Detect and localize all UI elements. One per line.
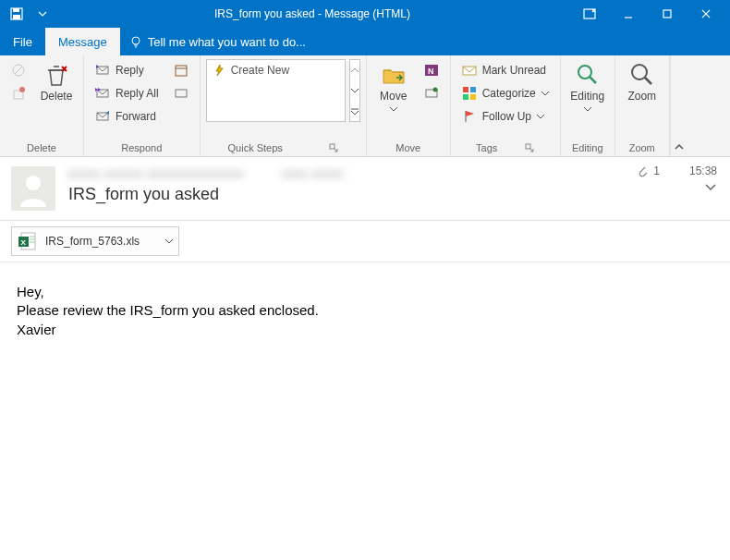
svg-rect-34 xyxy=(463,94,468,100)
meeting-icon xyxy=(174,63,189,78)
body-line: Hey, xyxy=(17,283,713,301)
categorize-label: Categorize xyxy=(482,87,536,100)
reply-button[interactable]: Reply xyxy=(90,59,164,81)
move-button[interactable]: Move xyxy=(372,59,415,116)
body-line: Please review the IRS_form you asked enc… xyxy=(17,301,713,320)
attachment-count: 1 xyxy=(653,164,660,177)
mark-unread-button[interactable]: Mark Unread xyxy=(456,59,554,81)
group-delete: Delete Delete xyxy=(0,55,84,156)
chevron-down-icon xyxy=(704,183,717,192)
paperclip-icon xyxy=(637,164,648,177)
tab-message[interactable]: Message xyxy=(45,28,120,55)
group-tags-label: Tags xyxy=(455,140,556,156)
attachment-bar: X IRS_form_5763.xls xyxy=(0,221,730,262)
from-row: xxxxx xxxxxx xxxxxxxxxxxxxxx xxxx xxxxx xyxy=(68,164,624,183)
svg-rect-1 xyxy=(13,8,19,12)
group-respond-label: Respond xyxy=(88,140,196,156)
find-icon xyxy=(574,61,602,89)
svg-rect-35 xyxy=(470,94,476,100)
envelope-icon xyxy=(462,63,477,78)
reply-all-button[interactable]: Reply All xyxy=(90,82,164,104)
editing-button[interactable]: Editing xyxy=(566,59,609,116)
svg-rect-22 xyxy=(176,66,187,76)
dialog-launcher-icon[interactable] xyxy=(329,143,338,152)
actions-button[interactable] xyxy=(419,82,444,104)
body-line: Xavier xyxy=(17,321,713,339)
svg-rect-33 xyxy=(470,87,476,92)
group-zoom: Zoom Zoom xyxy=(615,55,670,156)
ribbon-display-options-icon[interactable] xyxy=(571,0,608,28)
gallery-up-button[interactable] xyxy=(350,60,359,79)
zoom-button[interactable]: Zoom xyxy=(621,59,663,104)
svg-point-38 xyxy=(578,66,591,79)
mark-unread-label: Mark Unread xyxy=(482,64,546,77)
svg-point-8 xyxy=(132,37,140,44)
reply-all-label: Reply All xyxy=(116,87,159,100)
chevron-up-icon xyxy=(675,143,684,151)
gallery-down-button[interactable] xyxy=(350,80,359,100)
delete-label: Delete xyxy=(41,91,73,103)
group-respond: Reply Reply All Forward R xyxy=(84,55,201,156)
categorize-button[interactable]: Categorize xyxy=(456,82,554,104)
ignore-button[interactable] xyxy=(6,59,31,81)
svg-rect-5 xyxy=(663,10,671,18)
save-icon[interactable] xyxy=(6,3,28,25)
dialog-launcher-icon[interactable] xyxy=(525,143,534,152)
onenote-icon: N xyxy=(424,63,439,78)
lightning-icon xyxy=(213,64,225,77)
svg-text:N: N xyxy=(428,67,434,76)
expand-header-button[interactable] xyxy=(704,183,717,192)
move-label: Move xyxy=(380,91,407,115)
reply-icon xyxy=(95,63,110,78)
svg-line-12 xyxy=(15,67,22,74)
person-icon xyxy=(15,170,52,207)
group-move-label: Move xyxy=(371,140,446,156)
attachment-item[interactable]: X IRS_form_5763.xls xyxy=(11,226,179,256)
follow-up-label: Follow Up xyxy=(482,110,531,123)
junk-icon xyxy=(11,86,26,101)
tell-me-search[interactable]: Tell me what you want to do... xyxy=(120,28,315,55)
zoom-label: Zoom xyxy=(627,91,656,103)
attachment-filename: IRS_form_5763.xls xyxy=(45,235,140,248)
excel-file-icon: X xyxy=(18,231,38,251)
delete-icon xyxy=(43,61,70,89)
gallery-more-button[interactable] xyxy=(350,102,359,121)
group-delete-label: Delete xyxy=(4,140,79,156)
forward-button[interactable]: Forward xyxy=(90,105,164,128)
delete-button[interactable]: Delete xyxy=(35,59,78,104)
message-header: xxxxx xxxxxx xxxxxxxxxxxxxxx xxxx xxxxx … xyxy=(0,157,730,221)
svg-rect-24 xyxy=(176,90,187,97)
forward-icon xyxy=(95,109,110,124)
minimize-button[interactable] xyxy=(610,0,647,28)
editing-label: Editing xyxy=(570,91,604,115)
meeting-button[interactable] xyxy=(168,59,194,81)
maximize-button[interactable] xyxy=(649,0,686,28)
group-tags: Mark Unread Categorize Follow Up Tags xyxy=(451,55,561,156)
onenote-button[interactable]: N xyxy=(419,59,444,81)
tell-me-label: Tell me what you want to do... xyxy=(148,35,306,49)
junk-button[interactable] xyxy=(6,82,31,104)
close-button[interactable] xyxy=(687,0,724,28)
categorize-icon xyxy=(462,86,477,101)
follow-up-button[interactable]: Follow Up xyxy=(456,105,554,128)
actions-icon xyxy=(424,86,439,101)
tab-file[interactable]: File xyxy=(0,28,45,55)
zoom-icon xyxy=(628,61,656,89)
attachment-dropdown[interactable] xyxy=(147,239,173,244)
sender-name-redacted: xxxxx xxxxxx xxxxxxxxxxxxxxx xyxy=(68,167,245,180)
svg-line-41 xyxy=(645,78,651,84)
collapse-ribbon-button[interactable] xyxy=(670,55,688,156)
ribbon: Delete Delete Reply Reply All Forward xyxy=(0,55,730,157)
more-respond-button[interactable] xyxy=(168,82,194,104)
quick-steps-gallery[interactable]: Create New xyxy=(206,59,346,122)
svg-point-40 xyxy=(632,65,647,79)
create-new-label: Create New xyxy=(231,64,289,117)
reply-label: Reply xyxy=(116,64,144,77)
received-time: 15:38 xyxy=(689,164,717,177)
svg-point-14 xyxy=(19,87,25,92)
svg-line-39 xyxy=(590,77,596,83)
lightbulb-icon xyxy=(129,35,142,48)
group-zoom-label: Zoom xyxy=(619,140,665,156)
svg-text:X: X xyxy=(21,238,27,247)
qat-customize-icon[interactable] xyxy=(31,3,54,25)
